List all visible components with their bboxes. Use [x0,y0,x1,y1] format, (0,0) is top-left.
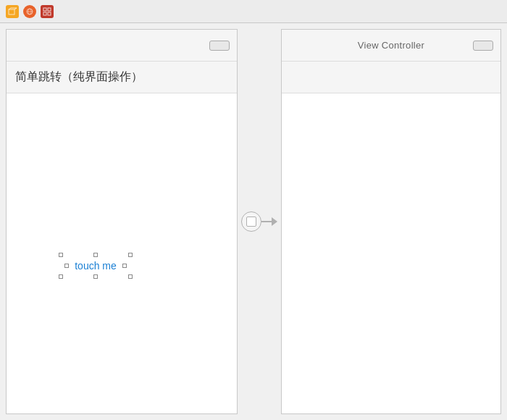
yellow-cube-icon[interactable] [6,5,19,18]
right-title-bar [282,62,500,93]
touch-me-button[interactable]: touch me [69,257,122,274]
handle-bc[interactable] [93,274,98,279]
handle-tr[interactable] [128,253,133,257]
toolbar-icons [6,5,54,18]
right-top-bar: View Controller [282,30,500,62]
left-view-controller: 简单跳转（纯界面操作） touch me [6,29,238,414]
svg-rect-7 [43,8,46,11]
segue-icon[interactable] [241,211,277,232]
handle-mr[interactable] [122,264,127,268]
red-grid-icon[interactable] [41,5,54,18]
svg-rect-8 [48,8,51,11]
left-title-text: 简单跳转（纯界面操作） [15,70,143,85]
svg-rect-0 [9,9,14,14]
right-view-controller: View Controller [281,29,501,414]
touch-button-container: touch me [59,253,133,279]
bottom-handle-row [59,274,133,279]
left-vc-content: touch me [7,93,237,413]
left-nav-bar [7,30,237,62]
segue-arrow-head [272,217,277,226]
orange-sphere-icon[interactable] [23,5,36,18]
segue-line [261,221,272,222]
handle-tl[interactable] [59,253,63,257]
left-title-bar: 简单跳转（纯界面操作） [7,62,237,93]
handle-br[interactable] [128,274,133,279]
svg-rect-10 [48,12,51,15]
handle-bl[interactable] [59,274,63,279]
segue-circle[interactable] [241,211,261,232]
segue-connector[interactable] [238,23,281,420]
toolbar [0,0,507,23]
nav-bar-badge [209,41,230,51]
right-nav-badge [473,41,493,51]
right-panel-title: View Controller [358,40,424,51]
svg-rect-9 [43,12,46,15]
main-area: 简单跳转（纯界面操作） touch me [0,23,507,420]
right-vc-content [282,93,500,413]
